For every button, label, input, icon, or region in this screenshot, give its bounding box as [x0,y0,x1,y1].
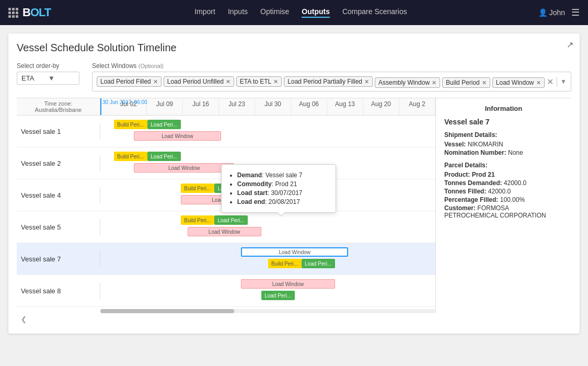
top-navigation: BOLT Import Inputs Optimise Outputs Comp… [0,0,588,25]
expand-icon[interactable]: ↗ [567,40,573,50]
logo: BOLT [22,6,51,19]
tag-load-period-filled[interactable]: Load Period Filled ✕ [97,76,162,87]
vessel-timeline-1[interactable]: Build Peri... Load Peri... Load Window [100,116,435,147]
load-window-bar-5[interactable]: Load Window [188,227,261,236]
tag-label: ETA to ETL [240,78,271,85]
user-name: John [549,8,565,17]
vessel-row-5: Vessel sale 5 Build Peri... Load Peri...… [17,211,435,243]
load-window-bar-2[interactable]: Load Window [134,163,234,173]
build-period-bar-4[interactable]: Build Peri... [181,184,214,193]
date-col-4: Jul 30 [255,98,291,115]
date-col-8: Aug 2 [399,98,435,115]
order-by-select[interactable]: ETA ▼ [17,72,79,85]
current-date-label: 30 Jun 2017, 06:00 [100,98,149,106]
vessel-label-7: Vessel sale 7 [17,251,100,267]
tag-load-period-partially[interactable]: Load Period Partially Filled ✕ [284,76,373,87]
date-col-5: Aug 06 [291,98,327,115]
tag-label: Load Period Partially Filled [287,78,362,85]
tag-remove-icon[interactable]: ✕ [364,78,369,85]
nav-links: Import Inputs Optimise Outputs Compare S… [63,7,538,18]
info-panel: Information Vessel sale 7 Shipment Detai… [435,98,571,313]
tag-load-window[interactable]: Load Window ✕ [492,77,545,88]
nav-right: 👤 John ☰ [538,7,580,18]
customer-label: Customer: [444,204,476,212]
tonnes-filled-row: Tonnes Filled: 42000.0 [444,188,563,195]
order-by-value: ETA [21,74,48,82]
pct-filled-row: Percentage Filled: 100.00% [444,196,563,203]
nav-outputs[interactable]: Outputs [302,7,330,18]
tag-load-period-unfilled[interactable]: Load Period Unfilled ✕ [164,76,234,87]
load-filled-bar-5[interactable]: Load Peri... [214,215,248,225]
product-value: Prod 21 [472,171,495,178]
user-menu[interactable]: 👤 John [538,8,565,17]
date-col-6: Aug 13 [327,98,363,115]
tonnes-filled-value: 42000.0 [488,188,511,195]
shipment-details-title: Shipment Details: [444,131,563,139]
vessel-label-4: Vessel sale 4 [17,187,100,203]
build-period-bar-5[interactable]: Build Peri... [181,215,214,225]
date-header: 30 Jun 2017, 06:00 Jul 02 Jul 09 Jul 16 … [100,98,435,115]
panel-title: Vessel Schedule Solution Timeline [17,42,571,54]
timezone-line2: Australia/Brisbane [21,107,96,113]
vessel-timeline-7[interactable]: Load Window Build Peri... Load Peri... [100,243,435,274]
optional-label: (Optional) [139,63,164,69]
tag-label: Load Period Unfilled [167,78,224,85]
tonnes-demanded-value: 42000.0 [504,179,526,187]
build-period-bar-1[interactable]: Build Peri... [114,120,147,129]
date-col-1: Jul 09 [147,98,183,115]
tag-label: Build Period [446,79,480,86]
vessel-label-5: Vessel sale 5 [17,219,100,235]
load-window-blue-bar-7[interactable]: Load Window [241,247,348,257]
tag-build-period[interactable]: Build Period ✕ [442,77,490,88]
timezone-cell: Time zone: Australia/Brisbane [17,98,100,115]
scroll-left-indicator[interactable]: ❮ [17,313,571,325]
nav-compare[interactable]: Compare Scenarios [342,7,407,18]
logo-area: BOLT [8,6,51,19]
tag-remove-icon[interactable]: ✕ [432,79,436,86]
scroll-thumb[interactable] [100,309,234,313]
order-by-group: Select order-by ETA ▼ [17,62,79,85]
load-window-bar-8[interactable]: Load Window [241,279,335,289]
tag-remove-icon[interactable]: ✕ [273,78,278,85]
tag-label: Assembly Window [378,79,430,86]
nav-import[interactable]: Import [194,7,215,18]
vessel-field-value: NIKOMARIN [468,141,503,148]
vessel-row-8: Vessel sale 8 Load Window Load Peri... [17,275,435,307]
tag-assembly-window[interactable]: Assembly Window ✕ [375,77,440,88]
user-icon: 👤 [538,8,547,17]
product-row: Product: Prod 21 [444,171,563,178]
load-filled-bar-2[interactable]: Load Peri... [147,152,181,161]
load-filled-bar-7[interactable]: Load Peri... [302,259,335,268]
vessel-timeline-5[interactable]: Build Peri... Load Peri... Load Window D… [100,211,435,243]
shipment-details: Shipment Details: Vessel: NIKOMARIN Nomi… [444,131,563,156]
nav-inputs[interactable]: Inputs [228,7,248,18]
tag-remove-icon[interactable]: ✕ [226,78,230,85]
tag-eta-to-etl[interactable]: ETA to ETL ✕ [236,76,282,87]
chevron-down-icon[interactable]: ▼ [557,78,567,85]
tags-area[interactable]: Load Period Filled ✕ Load Period Unfille… [92,72,571,92]
windows-group: Select Windows (Optional) Load Period Fi… [92,62,571,92]
date-col-3: Jul 23 [219,98,255,115]
build-period-bar-7[interactable]: Build Peri... [268,259,302,268]
load-filled-bar-1[interactable]: Load Peri... [147,120,181,129]
hamburger-icon[interactable]: ☰ [571,7,580,18]
load-window-bar-1[interactable]: Load Window [134,131,221,141]
clear-tags-icon[interactable]: ✕ [547,77,557,87]
vessel-row-info: Vessel: NIKOMARIN [444,141,563,148]
info-vessel-name: Vessel sale 7 [444,118,563,126]
nav-optimise[interactable]: Optimise [260,7,289,18]
build-period-bar-2[interactable]: Build Peri... [114,152,147,161]
nomination-label: Nomination Number: [444,149,506,156]
tag-remove-icon[interactable]: ✕ [536,79,541,86]
windows-label: Select Windows (Optional) [92,62,571,70]
horizontal-scrollbar[interactable] [100,309,435,313]
vessel-field-label: Vessel: [444,141,466,148]
tag-remove-icon[interactable]: ✕ [153,78,158,85]
main-panel: Vessel Schedule Solution Timeline ↗ Sele… [8,33,580,334]
load-filled-bar-8[interactable]: Load Peri... [261,291,295,300]
tag-remove-icon[interactable]: ✕ [482,79,487,86]
vessel-label-1: Vessel sale 1 [17,123,100,140]
timeline-rows: Time zone: Australia/Brisbane 30 Jun 201… [17,98,435,313]
date-col-7: Aug 20 [363,98,399,115]
vessel-timeline-8[interactable]: Load Window Load Peri... [100,275,435,306]
